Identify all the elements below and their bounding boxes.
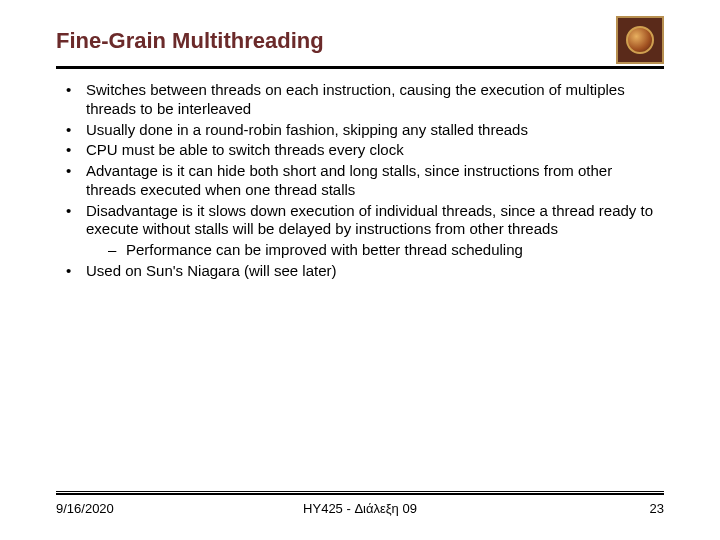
list-item: Switches between threads on each instruc… — [74, 81, 664, 119]
seal-icon — [626, 26, 654, 54]
bullet-text: Usually done in a round-robin fashion, s… — [86, 121, 528, 138]
bullet-text: Advantage is it can hide both short and … — [86, 162, 612, 198]
sub-bullet-text: Performance can be improved with better … — [126, 241, 523, 258]
bullet-text: Switches between threads on each instruc… — [86, 81, 625, 117]
footer-course: HY425 - Διάλεξη 09 — [303, 501, 417, 516]
bullet-text: Used on Sun's Niagara (will see later) — [86, 262, 336, 279]
list-item: CPU must be able to switch threads every… — [74, 141, 664, 160]
bullet-text: Disadvantage is it slows down execution … — [86, 202, 653, 238]
sub-bullet-list: Performance can be improved with better … — [86, 241, 664, 260]
slide-footer: 9/16/2020 HY425 - Διάλεξη 09 23 — [0, 491, 720, 516]
bullet-text: CPU must be able to switch threads every… — [86, 141, 404, 158]
list-item: Advantage is it can hide both short and … — [74, 162, 664, 200]
university-logo — [616, 16, 664, 64]
footer-page-number: 23 — [650, 501, 664, 516]
slide-content: Switches between threads on each instruc… — [0, 69, 720, 281]
slide-header: Fine-Grain Multithreading — [0, 0, 720, 69]
footer-date: 9/16/2020 — [56, 501, 114, 516]
bullet-list: Switches between threads on each instruc… — [56, 81, 664, 281]
footer-row: 9/16/2020 HY425 - Διάλεξη 09 23 — [56, 501, 664, 516]
slide: Fine-Grain Multithreading Switches betwe… — [0, 0, 720, 540]
title-row: Fine-Grain Multithreading — [56, 28, 664, 64]
footer-divider-thin — [56, 491, 664, 492]
slide-title: Fine-Grain Multithreading — [56, 28, 324, 54]
sub-list-item: Performance can be improved with better … — [114, 241, 664, 260]
list-item: Disadvantage is it slows down execution … — [74, 202, 664, 260]
list-item: Used on Sun's Niagara (will see later) — [74, 262, 664, 281]
footer-divider-thick — [56, 493, 664, 495]
list-item: Usually done in a round-robin fashion, s… — [74, 121, 664, 140]
